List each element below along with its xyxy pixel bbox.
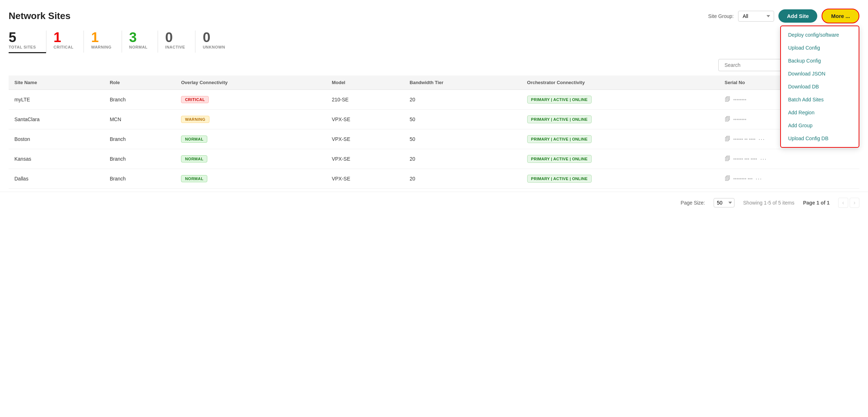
copy-icon[interactable]: 🗐 [725, 175, 731, 182]
model-cell: VPX-SE [326, 129, 404, 149]
stat-item-critical[interactable]: 1CRITICAL [46, 31, 83, 53]
bandwidth-cell: 50 [404, 129, 521, 149]
stat-label: CRITICAL [54, 45, 73, 49]
stat-item-inactive[interactable]: 0INACTIVE [158, 31, 195, 53]
role-cell: Branch [104, 149, 175, 169]
site-name-cell: SantaClara [9, 110, 104, 129]
stat-label: WARNING [91, 45, 112, 49]
stat-label: UNKNOWN [203, 45, 225, 49]
copy-icon[interactable]: 🗐 [725, 156, 731, 162]
dropdown-item-batch-add-sites[interactable]: Batch Add Sites [781, 93, 859, 106]
overlay-badge: WARNING [181, 116, 209, 123]
more-dropdown-wrapper: More ... Deploy config/softwareUpload Co… [822, 9, 859, 23]
stat-label: NORMAL [129, 45, 148, 49]
orchestrator-cell: PRIMARY | ACTIVE | ONLINE [521, 169, 719, 189]
stat-item-unknown[interactable]: 0UNKNOWN [195, 31, 235, 53]
stat-item-warning[interactable]: 1WARNING [83, 31, 122, 53]
page-size-label: Page Size: [681, 200, 705, 206]
bandwidth-cell: 20 [404, 90, 521, 110]
overlay-cell: CRITICAL [175, 90, 326, 110]
row-more-button[interactable]: ⋯ [755, 175, 763, 183]
serial-number: •••••••• [733, 97, 746, 102]
add-site-button[interactable]: Add Site [778, 9, 818, 23]
orchestrator-cell: PRIMARY | ACTIVE | ONLINE [521, 110, 719, 129]
site-group-select[interactable]: All Group 1 Group 2 [738, 11, 774, 22]
table-row: SantaClara MCN WARNING VPX-SE 50 PRIMARY… [9, 110, 859, 129]
row-more-button[interactable]: ⋯ [760, 155, 767, 163]
role-cell: MCN [104, 110, 175, 129]
orchestrator-cell: PRIMARY | ACTIVE | ONLINE [521, 129, 719, 149]
dropdown-item-deploy-config-software[interactable]: Deploy config/software [781, 28, 859, 41]
copy-icon[interactable]: 🗐 [725, 96, 731, 103]
connectivity-badge: PRIMARY | ACTIVE | ONLINE [527, 96, 592, 104]
serial-number: •••••••• ••• [733, 176, 753, 182]
stat-number: 1 [54, 31, 61, 44]
role-cell: Branch [104, 90, 175, 110]
connectivity-badge: PRIMARY | ACTIVE | ONLINE [527, 175, 592, 183]
serial-cell: 🗐 •••••• ••• •••• ⋯ [719, 149, 859, 169]
page-size-select[interactable]: 102550100 [714, 198, 734, 207]
overlay-cell: NORMAL [175, 169, 326, 189]
model-cell: VPX-SE [326, 110, 404, 129]
stat-item-total-sites[interactable]: 5TOTAL SITES [9, 31, 46, 53]
more-button[interactable]: More ... [822, 9, 859, 23]
stat-label: TOTAL SITES [9, 45, 36, 49]
dropdown-item-add-region[interactable]: Add Region [781, 106, 859, 119]
connectivity-badge: PRIMARY | ACTIVE | ONLINE [527, 115, 592, 123]
table-row: Kansas Branch NORMAL VPX-SE 20 PRIMARY |… [9, 149, 859, 169]
stat-label: INACTIVE [165, 45, 185, 49]
dropdown-item-download-json[interactable]: Download JSON [781, 67, 859, 80]
page-title: Network Sites [9, 10, 71, 22]
col-header-site-name: Site Name [9, 75, 104, 90]
next-page-button[interactable]: › [850, 198, 859, 208]
stat-number: 1 [91, 31, 99, 44]
sites-table-wrap: Site NameRoleOverlay ConnectivityModelBa… [9, 75, 859, 189]
serial-number: •••••• ••• •••• [733, 156, 757, 162]
overlay-badge: NORMAL [181, 175, 207, 182]
model-cell: VPX-SE [326, 149, 404, 169]
serial-number: •••••• •• •••• [733, 137, 756, 142]
model-cell: 210-SE [326, 90, 404, 110]
footer: Page Size: 102550100 Showing 1-5 of 5 it… [0, 192, 868, 214]
overlay-cell: WARNING [175, 110, 326, 129]
dropdown-item-upload-config[interactable]: Upload Config [781, 41, 859, 54]
page-info: Page 1 of 1 [803, 200, 829, 206]
site-name-cell: Kansas [9, 149, 104, 169]
more-dropdown-menu: Deploy config/softwareUpload ConfigBacku… [780, 26, 859, 148]
overlay-cell: NORMAL [175, 129, 326, 149]
showing-text: Showing 1-5 of 5 items [743, 200, 794, 206]
copy-icon[interactable]: 🗐 [725, 116, 731, 123]
stat-number: 0 [165, 31, 173, 44]
col-header-model: Model [326, 75, 404, 90]
sites-table: Site NameRoleOverlay ConnectivityModelBa… [9, 75, 859, 189]
model-cell: VPX-SE [326, 169, 404, 189]
dropdown-item-download-db[interactable]: Download DB [781, 80, 859, 93]
serial-number: •••••••• [733, 117, 746, 122]
overlay-cell: NORMAL [175, 149, 326, 169]
site-name-cell: Boston [9, 129, 104, 149]
site-name-cell: Dallas [9, 169, 104, 189]
table-row: Dallas Branch NORMAL VPX-SE 20 PRIMARY |… [9, 169, 859, 189]
row-more-button[interactable]: ⋯ [758, 135, 765, 143]
overlay-badge: CRITICAL [181, 96, 209, 103]
stat-number: 5 [9, 31, 16, 44]
dropdown-item-add-group[interactable]: Add Group [781, 119, 859, 132]
site-name-cell: myLTE [9, 90, 104, 110]
site-group-label: Site Group: [708, 13, 734, 19]
col-header-overlay-connectivity: Overlay Connectivity [175, 75, 326, 90]
dropdown-item-upload-config-db[interactable]: Upload Config DB [781, 132, 859, 145]
col-header-role: Role [104, 75, 175, 90]
stat-item-normal[interactable]: 3NORMAL [122, 31, 158, 53]
bandwidth-cell: 20 [404, 169, 521, 189]
prev-page-button[interactable]: ‹ [838, 198, 848, 208]
bandwidth-cell: 20 [404, 149, 521, 169]
table-row: myLTE Branch CRITICAL 210-SE 20 PRIMARY … [9, 90, 859, 110]
copy-icon[interactable]: 🗐 [725, 136, 731, 142]
col-header-bandwidth-tier: Bandwidth Tier [404, 75, 521, 90]
stat-number: 3 [129, 31, 137, 44]
dropdown-item-backup-config[interactable]: Backup Config [781, 54, 859, 67]
connectivity-badge: PRIMARY | ACTIVE | ONLINE [527, 135, 592, 143]
stats-row: 5TOTAL SITES1CRITICAL1WARNING3NORMAL0INA… [9, 31, 859, 53]
role-cell: Branch [104, 129, 175, 149]
table-row: Boston Branch NORMAL VPX-SE 50 PRIMARY |… [9, 129, 859, 149]
